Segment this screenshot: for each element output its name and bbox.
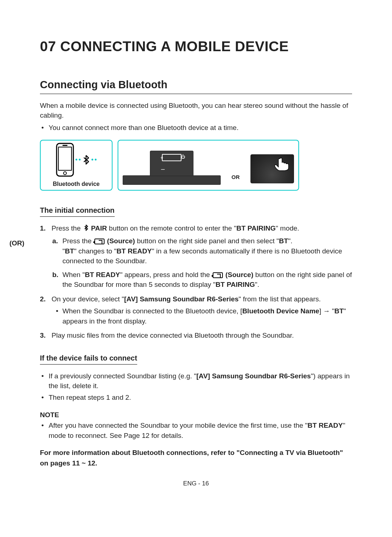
- intro-bullet: You cannot connect more than one Bluetoo…: [49, 123, 352, 133]
- step-2: 2. On your device, select "[AV] Samsung …: [49, 294, 352, 326]
- intro-text: When a mobile device is connected using …: [40, 101, 352, 121]
- note-bullet: After you have connected the Soundbar to…: [49, 420, 352, 440]
- source-icon: [213, 272, 223, 278]
- connection-diagram: Bluetooth device +–⏻ OR: [40, 140, 352, 191]
- hand-icon: [272, 157, 290, 171]
- step-1b: b. When "BT READY" appears, press and ho…: [61, 270, 352, 290]
- bluetooth-icon: [82, 155, 90, 165]
- final-reference: For more information about Bluetooth con…: [40, 448, 352, 468]
- remote-icon: [250, 154, 294, 183]
- step-1a: a. Press the (Source) button on the righ…: [61, 236, 352, 266]
- phone-icon: [56, 143, 74, 177]
- page-title: 07 CONNECTING A MOBILE DEVICE: [40, 36, 352, 57]
- step-1: 1. Press the PAIR button on the remote c…: [49, 223, 352, 289]
- step-2-bullet: When the Soundbar is connected to the Bl…: [62, 306, 352, 326]
- fails-heading: If the device fails to connect: [40, 353, 137, 365]
- or-label: OR: [232, 173, 240, 181]
- fail-bullet-1: If a previously connected Soundbar listi…: [49, 371, 352, 391]
- soundbar-card: +–⏻ OR: [118, 140, 299, 191]
- control-box-icon: +–⏻: [150, 151, 193, 176]
- soundbar-icon: [123, 175, 221, 185]
- bluetooth-pair-icon: [83, 224, 89, 234]
- step-3: 3. Play music files from the device conn…: [49, 330, 352, 341]
- page-footer: ENG - 16: [40, 479, 352, 488]
- fail-bullet-2: Then repeat steps 1 and 2.: [49, 392, 352, 403]
- note-label: NOTE: [40, 410, 352, 420]
- section-heading: Connecting via Bluetooth: [40, 77, 352, 94]
- bluetooth-device-card: Bluetooth device: [40, 140, 113, 191]
- bluetooth-device-label: Bluetooth device: [53, 180, 100, 188]
- svg-rect-3: [62, 145, 68, 146]
- svg-rect-0: [57, 143, 73, 176]
- initial-connection-heading: The initial connection: [40, 205, 115, 217]
- source-icon: [94, 239, 105, 244]
- or-paren: (OR): [9, 238, 24, 248]
